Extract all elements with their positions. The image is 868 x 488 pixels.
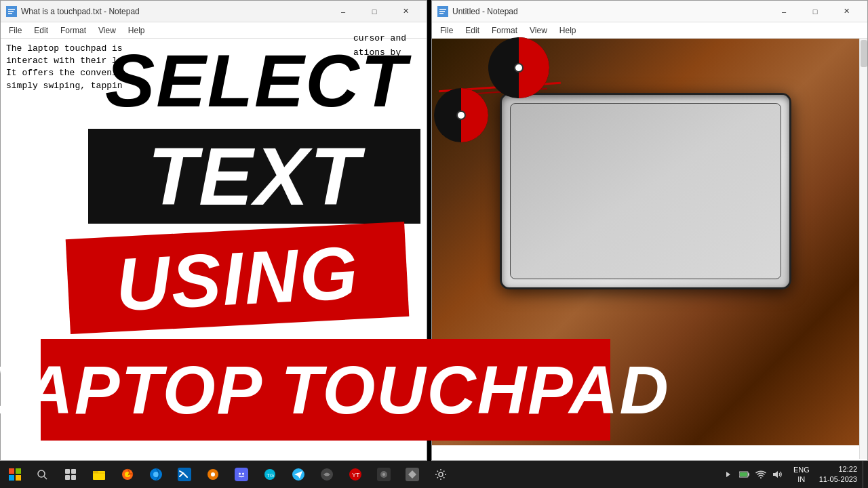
- right-menu-edit[interactable]: Edit: [460, 24, 485, 37]
- menu-edit[interactable]: Edit: [28, 24, 54, 37]
- app-icon-8[interactable]: TG: [256, 461, 283, 488]
- taskbar-app-icons: TG YT: [54, 461, 457, 488]
- svg-rect-8: [9, 468, 14, 474]
- discord-icon[interactable]: [228, 461, 255, 488]
- menu-format[interactable]: Format: [55, 24, 92, 37]
- settings-icon[interactable]: [427, 461, 454, 488]
- menu-help[interactable]: Help: [123, 24, 151, 37]
- svg-text:TG: TG: [267, 472, 274, 479]
- notepad-right-window[interactable]: Untitled - Notepad – □ ✕ File Edit Forma…: [431, 0, 868, 461]
- taskview-icon[interactable]: [57, 461, 84, 488]
- notepad-left-icon: [6, 6, 17, 17]
- close-button[interactable]: ✕: [390, 1, 421, 22]
- volume-icon[interactable]: [770, 461, 784, 488]
- taskbar-search-button[interactable]: [30, 461, 54, 488]
- vscode-icon[interactable]: [171, 461, 198, 488]
- touchpad-visual: [500, 93, 791, 289]
- svg-point-26: [211, 472, 215, 476]
- app-icon-12[interactable]: [370, 461, 397, 488]
- blender-icon[interactable]: [199, 461, 226, 488]
- menu-view[interactable]: View: [93, 24, 121, 37]
- svg-text:YT: YT: [352, 472, 360, 479]
- battery-icon[interactable]: [738, 461, 751, 488]
- scrollbar-thumb[interactable]: [861, 40, 867, 67]
- network-icon[interactable]: [754, 461, 768, 488]
- content-line-4: simply swiping, tappin: [6, 80, 421, 92]
- app-icon-11[interactable]: YT: [342, 461, 369, 488]
- notepad-left-controls[interactable]: – □ ✕: [328, 1, 421, 22]
- right-menu-help[interactable]: Help: [554, 24, 582, 37]
- content-line-3: It offers the convenie: [6, 67, 421, 79]
- svg-rect-5: [439, 9, 446, 10]
- right-notepad-scrollbar[interactable]: [859, 39, 867, 459]
- browser-icon[interactable]: [142, 461, 170, 488]
- svg-point-28: [239, 473, 241, 475]
- right-maximize-button[interactable]: □: [800, 1, 831, 22]
- notepad-left-titlebar: What is a touchpad.txt - Notepad – □ ✕: [1, 1, 427, 22]
- svg-point-12: [38, 470, 45, 477]
- notepad-left-partial-right: cursor and ations by: [353, 32, 406, 60]
- svg-rect-10: [9, 475, 14, 481]
- notepad-right-controls[interactable]: – □ ✕: [768, 1, 862, 22]
- svg-rect-7: [439, 13, 443, 14]
- notepad-right-titlebar: Untitled - Notepad – □ ✕: [432, 1, 867, 22]
- svg-point-38: [382, 473, 385, 476]
- notepad-right-icon: [437, 6, 448, 17]
- touchpad-inner: [510, 103, 781, 279]
- system-tray: [716, 461, 789, 488]
- taskbar[interactable]: TG YT: [0, 461, 868, 488]
- svg-rect-15: [71, 469, 76, 474]
- svg-point-29: [242, 473, 244, 475]
- notepad-right-menubar: File Edit Format View Help: [432, 22, 867, 39]
- menu-file[interactable]: File: [3, 24, 27, 37]
- app-icon-13[interactable]: [399, 461, 426, 488]
- svg-point-40: [439, 472, 443, 476]
- notepad-left-window[interactable]: What is a touchpad.txt - Notepad – □ ✕ F…: [0, 0, 427, 461]
- svg-line-13: [44, 476, 47, 479]
- start-button[interactable]: [0, 461, 30, 488]
- app-icon-10[interactable]: [313, 461, 340, 488]
- svg-rect-9: [16, 468, 21, 474]
- svg-rect-19: [93, 471, 98, 473]
- svg-rect-6: [439, 11, 445, 12]
- right-notepad-photo-bg: [432, 39, 859, 445]
- svg-rect-43: [748, 473, 749, 476]
- svg-rect-1: [8, 9, 15, 10]
- svg-rect-27: [235, 468, 248, 481]
- minimize-button[interactable]: –: [328, 1, 359, 22]
- right-menu-file[interactable]: File: [435, 24, 458, 37]
- file-explorer-icon[interactable]: [85, 461, 113, 488]
- partial-line-1: cursor and: [353, 32, 406, 46]
- svg-rect-11: [16, 475, 21, 481]
- svg-rect-16: [65, 475, 70, 480]
- svg-rect-42: [740, 472, 747, 476]
- svg-rect-17: [71, 475, 76, 480]
- right-menu-format[interactable]: Format: [486, 24, 523, 37]
- svg-point-23: [153, 472, 159, 477]
- right-minimize-button[interactable]: –: [768, 1, 800, 22]
- language-indicator[interactable]: ENG IN: [789, 465, 814, 485]
- taskbar-date: 11-05-2023: [819, 474, 857, 485]
- language-code: ENG IN: [793, 465, 810, 485]
- show-desktop-button[interactable]: [863, 461, 868, 488]
- taskbar-time: 12:22: [819, 464, 857, 474]
- right-menu-view[interactable]: View: [524, 24, 553, 37]
- show-hidden-icons[interactable]: [722, 461, 735, 488]
- notepad-right-title: Untitled - Notepad: [452, 7, 764, 16]
- taskbar-datetime[interactable]: 12:22 11-05-2023: [814, 464, 863, 485]
- notepad-left-title: What is a touchpad.txt - Notepad: [21, 7, 323, 16]
- right-close-button[interactable]: ✕: [831, 1, 862, 22]
- partial-line-3: ations by: [353, 46, 406, 60]
- firefox-icon[interactable]: [114, 461, 141, 488]
- svg-rect-14: [65, 469, 70, 474]
- maximize-button[interactable]: □: [359, 1, 390, 22]
- svg-rect-2: [8, 11, 14, 12]
- svg-rect-3: [8, 13, 12, 14]
- telegram-icon[interactable]: [285, 461, 312, 488]
